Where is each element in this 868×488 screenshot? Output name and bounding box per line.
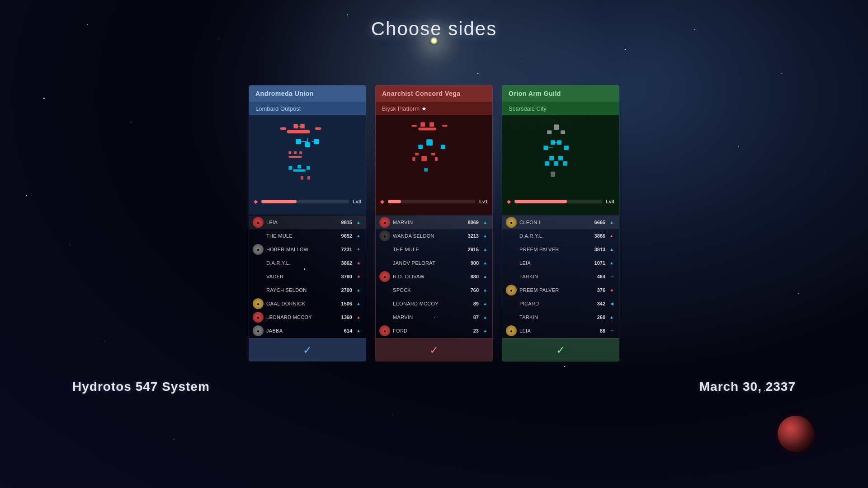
- player-row: LEIA 1071 ▲: [502, 256, 619, 270]
- player-name: VADER: [266, 274, 331, 279]
- player-score: 760: [461, 287, 479, 293]
- player-score: 6665: [587, 220, 605, 225]
- player-score: 880: [461, 274, 479, 279]
- player-ship-icon: ▲: [355, 300, 362, 307]
- player-name: JANOV PELORAT: [393, 260, 458, 266]
- player-name: PREEM PALVER: [519, 247, 585, 252]
- cards-container: Andromeda Union Lombard Outpost: [249, 85, 619, 361]
- player-score: 2915: [461, 247, 479, 252]
- player-ship-icon: ▲: [608, 259, 615, 267]
- player-row: LEONARD MCCOY 89 ▲: [376, 297, 492, 310]
- player-ship-icon: ⊣: [608, 327, 615, 334]
- player-row: ● LEONARD MCCOY 1360 ▲: [249, 310, 366, 324]
- player-name: MARVIN: [393, 314, 458, 320]
- player-score: 3886: [587, 233, 605, 239]
- select-faction-button[interactable]: ✓: [249, 338, 366, 361]
- ship-display: [249, 115, 366, 197]
- svg-rect-48: [545, 161, 549, 166]
- bottom-info: Hydrotos 547 System March 30, 2337: [0, 380, 868, 394]
- player-ship-icon: ▲: [608, 219, 615, 226]
- player-avatar: [253, 271, 264, 282]
- player-ship-icon: ▲: [481, 232, 489, 239]
- progress-fill: [388, 200, 401, 203]
- player-name: GAAL DORNICK: [266, 301, 331, 306]
- player-row: ● LEIA 88 ⊣: [502, 324, 619, 338]
- player-score: 89: [461, 301, 479, 306]
- svg-rect-5: [316, 127, 321, 129]
- player-name: RAYCH SELDON: [266, 287, 331, 293]
- svg-rect-42: [543, 145, 548, 150]
- level-bar: ◆ Lv4: [502, 197, 619, 206]
- player-row: SPOCK 760 ▲: [376, 283, 492, 297]
- svg-rect-49: [554, 161, 558, 166]
- ship-display: [376, 115, 492, 197]
- svg-rect-36: [424, 168, 428, 172]
- player-ship-icon: ▲: [481, 314, 489, 321]
- player-name: FORD: [393, 328, 458, 333]
- ship-display: [502, 115, 619, 197]
- player-avatar: [253, 230, 264, 241]
- select-faction-button[interactable]: ✓: [502, 338, 619, 361]
- player-score: 8069: [461, 220, 479, 225]
- svg-rect-17: [293, 169, 306, 172]
- svg-rect-24: [418, 127, 436, 130]
- player-score: 88: [587, 328, 605, 333]
- date-label: March 30, 2337: [699, 380, 796, 394]
- progress-fill: [261, 200, 297, 203]
- svg-rect-22: [420, 122, 425, 127]
- player-score: 1360: [334, 314, 352, 320]
- player-avatar: ●: [506, 325, 517, 336]
- player-score: 9652: [334, 233, 352, 239]
- card-inner: Andromeda Union Lombard Outpost: [249, 85, 366, 361]
- card-andromeda[interactable]: Andromeda Union Lombard Outpost: [249, 85, 366, 361]
- faction-name: Orion Arm Guild: [502, 85, 619, 102]
- svg-rect-20: [301, 176, 303, 180]
- player-name: LEONARD MCCOY: [266, 314, 331, 320]
- player-name: TARKIN: [519, 274, 585, 279]
- faction-location: Scarsdale City: [502, 102, 619, 115]
- player-name: LEIA: [519, 260, 585, 266]
- card-inner: Anarchist Concord Vega Biysk Platform ★: [375, 85, 493, 361]
- player-ship-icon: ▲: [355, 219, 362, 226]
- player-avatar: [379, 258, 390, 268]
- player-score: 900: [461, 260, 479, 266]
- main-screen: Choose sides Andromeda Union Lombard Out…: [0, 0, 868, 488]
- level-text: Lv1: [479, 199, 488, 204]
- progress-bar: [514, 200, 602, 203]
- player-name: R.D. OLIVAW: [393, 274, 458, 279]
- player-name: LEIA: [266, 220, 331, 225]
- svg-rect-35: [435, 157, 438, 161]
- progress-bar: [261, 200, 349, 203]
- svg-rect-1: [301, 125, 304, 128]
- svg-rect-19: [307, 166, 310, 170]
- player-avatar: [379, 298, 390, 309]
- player-list: ● MARVIN 8069 ▲ ● WANDA SELDON 3213 ▲ TH…: [376, 215, 492, 338]
- player-ship-icon: ▲: [481, 327, 489, 334]
- select-faction-button[interactable]: ✓: [376, 338, 492, 361]
- player-name: D.A.R.Y.L.: [519, 233, 585, 239]
- player-row: THE MULE 2915 ▲: [376, 243, 492, 256]
- player-ship-icon: ◈: [355, 273, 362, 280]
- card-anarchist[interactable]: Anarchist Concord Vega Biysk Platform ★: [375, 85, 493, 361]
- player-ship-icon: ▲: [355, 286, 362, 294]
- card-orion[interactable]: Orion Arm Guild Scarsdale City: [502, 85, 619, 361]
- player-avatar: ●: [253, 217, 264, 228]
- level-bar: ◆ Lv3: [249, 197, 366, 206]
- diamond-icon: ◆: [380, 198, 384, 205]
- player-ship-icon: ▲: [355, 327, 362, 334]
- player-row: ● PREEM PALVER 376 ◈: [502, 283, 619, 297]
- player-avatar: [506, 230, 517, 241]
- player-score: 23: [461, 328, 479, 333]
- player-row: ● GAAL DORNICK 1506 ▲: [249, 297, 366, 310]
- checkmark-icon: ✓: [303, 344, 312, 357]
- checkmark-icon: ✓: [429, 344, 439, 357]
- svg-rect-50: [563, 161, 567, 166]
- faction-name: Anarchist Concord Vega: [376, 85, 492, 102]
- player-score: 9815: [334, 220, 352, 225]
- player-row: ● R.D. OLIVAW 880 ▲: [376, 270, 492, 283]
- player-avatar: ●: [379, 230, 390, 241]
- player-row: PREEM PALVER 3813 ▲: [502, 243, 619, 256]
- player-score: 3213: [461, 233, 479, 239]
- player-row: D.A.R.Y.L. 3862 ◈: [249, 256, 366, 270]
- svg-rect-41: [557, 140, 561, 145]
